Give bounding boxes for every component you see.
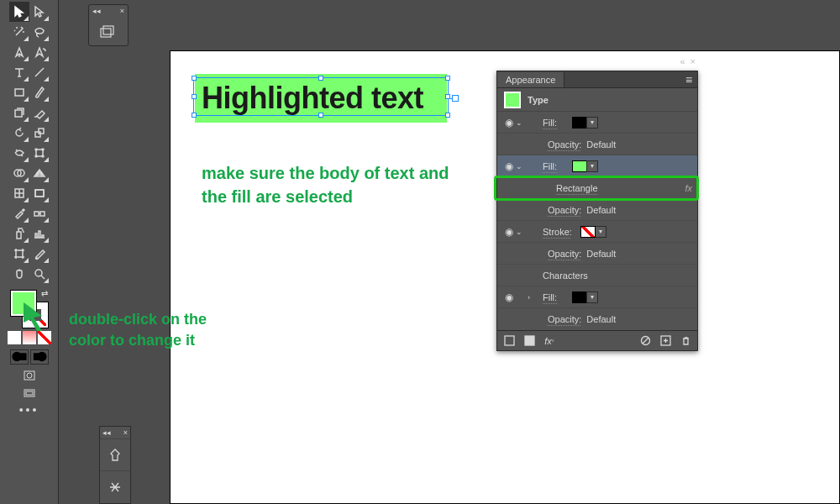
eraser-tool[interactable] <box>29 102 50 123</box>
clear-appearance-icon[interactable] <box>638 334 652 348</box>
scale-tool[interactable] <box>29 123 50 143</box>
pen-tool[interactable] <box>9 42 29 62</box>
appearance-row-fill-3[interactable]: ◉ › Fill: ▾ <box>497 286 697 308</box>
swatch-dropdown[interactable]: ▾ <box>586 291 598 303</box>
handle-mid-left[interactable] <box>192 94 197 99</box>
symbol-sprayer-tool[interactable] <box>9 223 29 244</box>
appearance-row-stroke[interactable]: ◉ ⌄ Stroke: ▾ <box>497 221 697 243</box>
fill-swatch-green[interactable] <box>572 160 587 172</box>
chevron-right-icon[interactable]: › <box>528 293 539 302</box>
collapse-icon[interactable]: ◂◂ <box>102 428 111 437</box>
appearance-row-opacity-3[interactable]: Opacity: Default <box>497 243 697 265</box>
fill-swatch-black[interactable] <box>572 117 587 129</box>
appearance-row-fill-2[interactable]: ◉ ⌄ Fill: ▾ <box>497 155 697 177</box>
swap-fill-stroke-icon[interactable]: ⇄ <box>39 289 50 299</box>
zoom-tool[interactable] <box>29 264 50 284</box>
handle-bot-mid[interactable] <box>318 113 323 118</box>
fx-icon[interactable]: fx <box>685 183 692 193</box>
stroke-swatch-none[interactable] <box>580 226 596 238</box>
opacity-value[interactable]: Default <box>586 139 616 150</box>
color-mode-gradient[interactable] <box>23 331 36 344</box>
close-icon[interactable]: × <box>120 7 124 15</box>
rectangle-tool[interactable] <box>9 82 29 102</box>
new-art-maintain-icon[interactable] <box>522 334 536 348</box>
svg-rect-14 <box>17 232 21 239</box>
draw-behind[interactable] <box>30 349 49 365</box>
swatch-dropdown[interactable]: ▾ <box>586 117 598 129</box>
visibility-toggle[interactable]: ◉ <box>502 291 516 303</box>
direct-selection-tool[interactable] <box>29 2 50 22</box>
color-mode-solid[interactable] <box>8 331 21 344</box>
handle-top-mid[interactable] <box>318 76 323 81</box>
appearance-row-opacity-1[interactable]: Opacity: Default <box>497 134 697 155</box>
appearance-row-fill-1[interactable]: ◉ ⌄ Fill: ▾ <box>497 112 697 134</box>
visibility-toggle[interactable]: ◉ <box>502 160 516 172</box>
draw-inside[interactable] <box>20 368 39 383</box>
curvature-tool[interactable] <box>29 42 50 62</box>
fill-swatch-black[interactable] <box>572 291 587 303</box>
symbols-icon[interactable] <box>100 470 130 502</box>
chevron-down-icon[interactable]: ⌄ <box>516 162 528 171</box>
width-tool[interactable] <box>9 143 29 163</box>
line-segment-tool[interactable] <box>29 62 50 82</box>
duplicate-item-icon[interactable] <box>659 334 672 348</box>
swatch-dropdown[interactable]: ▾ <box>595 226 606 238</box>
free-transform-tool[interactable] <box>29 143 50 163</box>
opacity-value[interactable]: Default <box>586 249 616 259</box>
panel-menu-icon[interactable]: ≡ <box>680 73 697 87</box>
delete-item-icon[interactable] <box>679 334 692 348</box>
slice-tool[interactable] <box>29 244 50 264</box>
default-fill-stroke-icon[interactable] <box>9 319 19 329</box>
visibility-toggle[interactable]: ◉ <box>502 117 516 129</box>
appearance-row-opacity-4[interactable]: Opacity: Default <box>497 308 697 330</box>
column-graph-tool[interactable] <box>29 223 50 244</box>
lasso-tool[interactable] <box>29 22 50 42</box>
appearance-row-opacity-2[interactable]: Opacity: Default <box>497 199 697 221</box>
eyedropper-tool[interactable] <box>9 203 29 223</box>
blend-tool[interactable] <box>29 203 50 223</box>
text-out-port[interactable] <box>452 95 459 102</box>
swatch-dropdown[interactable]: ▾ <box>586 160 598 172</box>
selected-text-object[interactable]: Highlighted text <box>195 74 447 123</box>
magic-wand-tool[interactable] <box>9 22 29 42</box>
appearance-row-characters[interactable]: Characters <box>497 265 697 286</box>
appearance-row-rectangle[interactable]: Rectangle fx <box>497 177 697 199</box>
brushes-icon[interactable] <box>100 438 130 470</box>
edit-toolbar[interactable]: ••• <box>9 403 50 417</box>
draw-normal[interactable] <box>10 349 29 365</box>
selection-tool[interactable] <box>9 2 29 22</box>
artboard-nav-pager[interactable]: ◂◂× <box>88 4 129 46</box>
target-thumb[interactable] <box>504 92 521 108</box>
svg-rect-0 <box>15 89 24 96</box>
handle-bot-left[interactable] <box>192 113 197 118</box>
side-dock[interactable]: ◂◂× <box>99 426 131 504</box>
chevron-down-icon[interactable]: ⌄ <box>516 228 528 236</box>
perspective-grid-tool[interactable] <box>29 163 50 183</box>
chevron-down-icon[interactable]: ⌄ <box>516 118 528 127</box>
collapse-icon[interactable]: ◂◂ <box>92 7 101 15</box>
handle-bot-right[interactable] <box>445 113 450 118</box>
artboard-tool[interactable] <box>9 244 29 264</box>
color-mode-none[interactable] <box>38 331 51 344</box>
opacity-value[interactable]: Default <box>586 314 616 324</box>
shape-builder-tool[interactable] <box>9 163 29 183</box>
rotate-tool[interactable] <box>9 123 29 143</box>
shaper-tool[interactable] <box>9 102 29 123</box>
screen-mode[interactable] <box>20 386 39 402</box>
appearance-tab[interactable]: Appearance <box>497 72 564 87</box>
hand-tool[interactable] <box>9 264 29 284</box>
handle-top-left[interactable] <box>192 76 197 81</box>
gradient-tool[interactable] <box>29 183 50 203</box>
visibility-toggle[interactable]: ◉ <box>502 226 516 238</box>
type-tool[interactable] <box>9 62 29 82</box>
add-effect-icon[interactable]: fx▫ <box>543 334 556 348</box>
close-icon[interactable]: × <box>123 428 128 437</box>
mesh-tool[interactable] <box>9 183 29 203</box>
appearance-panel[interactable]: «× Appearance ≡ Type ◉ ⌄ Fill: ▾ Opacity… <box>496 71 698 351</box>
handle-top-right[interactable] <box>445 76 450 81</box>
close-panel-icon[interactable]: × <box>690 56 696 66</box>
opacity-value[interactable]: Default <box>586 205 616 215</box>
new-art-basic-icon[interactable] <box>502 334 516 348</box>
collapse-panel-icon[interactable]: « <box>680 56 685 66</box>
paintbrush-tool[interactable] <box>29 82 50 102</box>
